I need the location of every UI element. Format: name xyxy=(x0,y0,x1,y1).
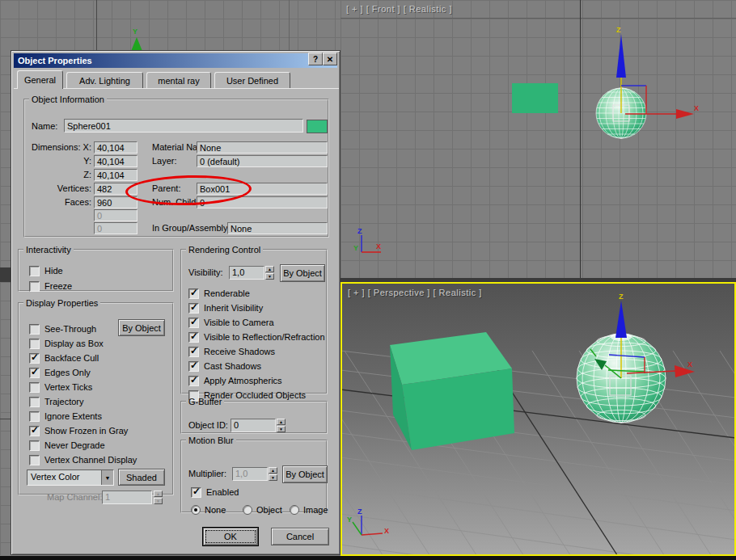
checkbox-indicator[interactable] xyxy=(188,303,199,314)
object-id-spinner[interactable]: ▲ ▼ xyxy=(277,419,286,432)
checkbox-ignore-extents[interactable]: Ignore Extents xyxy=(19,411,172,423)
checkbox-indicator[interactable] xyxy=(29,426,40,436)
spinner-down-icon[interactable]: ▼ xyxy=(154,498,163,504)
spinner-down-icon[interactable]: ▼ xyxy=(269,474,277,481)
tab-adv-lighting[interactable]: Adv. Lighting xyxy=(66,72,143,88)
checkbox-cast-shadows[interactable]: Cast Shadows xyxy=(182,361,326,373)
spinner-up-icon[interactable]: ▲ xyxy=(265,266,274,272)
timeline-strip xyxy=(0,556,736,560)
checkbox-display-as-box[interactable]: Display as Box xyxy=(19,339,172,351)
dropdown-arrow-icon[interactable]: ▼ xyxy=(101,470,113,485)
tab-general[interactable]: General xyxy=(17,70,63,89)
num-children-value: 0 xyxy=(197,196,328,208)
viewport-perspective-label[interactable]: [ + ] [ Perspective ] [ Realistic ] xyxy=(348,288,482,297)
gizmo-z-arrow-icon[interactable] xyxy=(615,301,627,338)
tripod-z-label: Z xyxy=(357,507,362,516)
checkbox-inherit-visibility[interactable]: Inherit Visibility xyxy=(182,303,326,315)
name-input[interactable] xyxy=(64,119,303,133)
dim-y-value: 40,104 xyxy=(94,155,137,167)
gizmo-x-arrow-icon[interactable] xyxy=(676,109,694,119)
y-axis-label: Y xyxy=(133,27,137,36)
checkbox-apply-atmospherics[interactable]: Apply Atmospherics xyxy=(182,376,326,388)
checkbox-indicator[interactable] xyxy=(188,376,199,386)
viewport-front[interactable]: [ + ] [ Front ] [ Realistic ] xyxy=(341,0,736,278)
viewport-perspective[interactable]: [ + ] [ Perspective ] [ Realistic ] xyxy=(341,282,736,556)
spinner-down-icon[interactable]: ▼ xyxy=(265,273,274,280)
visibility-spinner[interactable]: ▲ ▼ xyxy=(265,266,274,280)
checkbox-edges-only[interactable]: Edges Only xyxy=(19,368,172,380)
checkbox-hide[interactable]: Hide xyxy=(19,266,172,278)
interactivity-group: Interactivity Hide Freeze xyxy=(18,245,174,292)
tripod-x-label: X xyxy=(376,242,381,251)
checkbox-indicator[interactable] xyxy=(29,353,40,364)
checkbox-vertex-ticks[interactable]: Vertex Ticks xyxy=(19,382,172,394)
shaded-button[interactable]: Shaded xyxy=(118,469,165,486)
multiplier-value[interactable]: 1,0 xyxy=(232,467,268,481)
checkbox-receive-shadows[interactable]: Receive Shadows xyxy=(182,347,326,359)
checkbox-visible-to-reflection[interactable]: Visible to Reflection/Refraction xyxy=(182,332,326,344)
checkbox-indicator[interactable] xyxy=(29,339,40,349)
vertex-channel-dropdown[interactable]: Vertex Color ▼ xyxy=(27,469,114,486)
cancel-button[interactable]: Cancel xyxy=(271,528,329,545)
object-color-swatch[interactable] xyxy=(307,120,328,133)
checkbox-visible-to-camera[interactable]: Visible to Camera xyxy=(182,318,326,330)
checkbox-indicator[interactable] xyxy=(29,455,40,465)
checkbox-indicator[interactable] xyxy=(29,397,40,407)
box-object-front[interactable] xyxy=(512,83,558,113)
checkbox-indicator[interactable] xyxy=(29,324,40,335)
box-object-perspective[interactable] xyxy=(390,332,514,450)
display-properties-group: Display Properties By Object See-Through… xyxy=(18,298,174,495)
multiplier-label: Multiplier: xyxy=(188,469,226,478)
checkbox-indicator[interactable] xyxy=(191,487,201,498)
checkbox-indicator[interactable] xyxy=(29,266,40,276)
motion-blur-by-object-button[interactable]: By Object xyxy=(282,465,328,483)
radio-object[interactable] xyxy=(243,505,252,515)
checkbox-indicator[interactable] xyxy=(188,288,199,299)
help-button[interactable]: ? xyxy=(308,53,323,65)
checkbox-enabled[interactable]: Enabled xyxy=(182,487,326,499)
checkbox-vertex-channel-display[interactable]: Vertex Channel Display xyxy=(19,455,172,467)
radio-none[interactable] xyxy=(191,505,201,515)
spinner-up-icon[interactable]: ▲ xyxy=(277,419,286,425)
spinner-down-icon[interactable]: ▼ xyxy=(277,426,286,432)
multiplier-spinner[interactable]: ▲ ▼ xyxy=(269,467,277,481)
object-properties-dialog: Object Properties ? ✕ General Adv. Light… xyxy=(11,50,341,555)
display-properties-legend: Display Properties xyxy=(23,298,100,308)
checkbox-show-frozen-in-gray[interactable]: Show Frozen in Gray xyxy=(19,426,172,438)
ok-button[interactable]: OK xyxy=(203,528,258,545)
radio-image[interactable] xyxy=(290,505,299,515)
map-channel-value[interactable]: 1 xyxy=(102,491,152,504)
checkbox-backface-cull[interactable]: Backface Cull xyxy=(19,353,172,365)
checkbox-indicator[interactable] xyxy=(29,411,40,422)
gizmo-x-label: X xyxy=(687,360,692,368)
gizmo-z-arrow-icon[interactable] xyxy=(616,34,626,78)
extra-value-1: 0 xyxy=(94,209,137,221)
close-icon[interactable]: ✕ xyxy=(323,53,337,65)
checkbox-indicator[interactable] xyxy=(29,440,40,451)
spinner-up-icon[interactable]: ▲ xyxy=(154,491,163,497)
tab-user-defined[interactable]: User Defined xyxy=(214,72,290,88)
checkbox-renderable[interactable]: Renderable xyxy=(182,288,326,301)
checkbox-never-degrade[interactable]: Never Degrade xyxy=(19,440,172,453)
map-channel-spinner[interactable]: ▲ ▼ xyxy=(154,491,163,504)
map-channel-label: Map Channel: xyxy=(47,492,103,502)
object-id-value[interactable]: 0 xyxy=(231,419,276,432)
checkbox-indicator[interactable] xyxy=(29,281,40,292)
checkbox-indicator[interactable] xyxy=(188,332,199,343)
viewport-front-label[interactable]: [ + ] [ Front ] [ Realistic ] xyxy=(346,4,452,14)
spinner-up-icon[interactable]: ▲ xyxy=(269,467,277,474)
visibility-value[interactable]: 1,0 xyxy=(229,266,264,280)
checkbox-freeze[interactable]: Freeze xyxy=(19,281,172,293)
checkbox-indicator[interactable] xyxy=(188,347,199,357)
tripod-y-label: Y xyxy=(353,244,358,252)
tab-mental-ray[interactable]: mental ray xyxy=(146,72,211,88)
checkbox-see-through[interactable]: See-Through xyxy=(19,324,172,336)
visibility-by-object-button[interactable]: By Object xyxy=(280,264,325,282)
dialog-titlebar[interactable]: Object Properties xyxy=(14,53,337,68)
vertices-value: 482 xyxy=(94,183,137,195)
checkbox-indicator[interactable] xyxy=(29,382,40,393)
checkbox-trajectory[interactable]: Trajectory xyxy=(19,397,172,409)
checkbox-indicator[interactable] xyxy=(188,318,199,328)
checkbox-indicator[interactable] xyxy=(188,361,199,372)
checkbox-indicator[interactable] xyxy=(29,368,40,378)
